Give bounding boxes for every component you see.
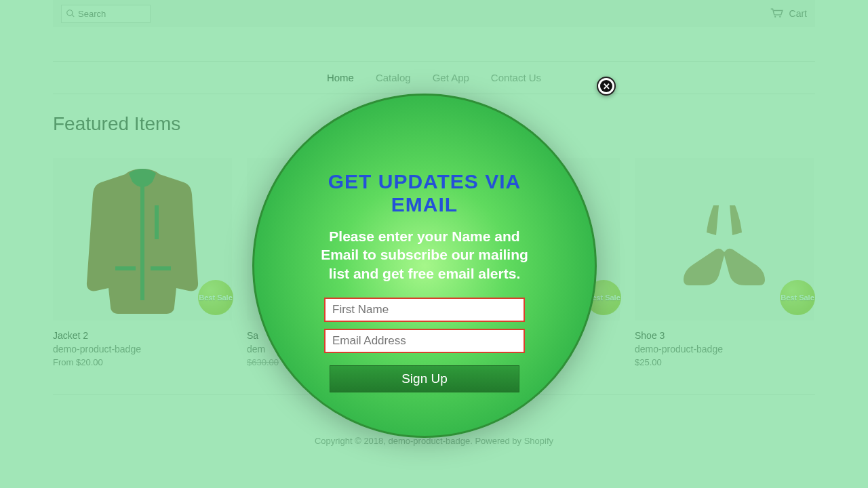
close-icon: ✕ [600, 80, 612, 92]
first-name-input[interactable] [324, 298, 525, 322]
subscribe-modal: GET UPDATES VIA EMAIL Please enter your … [252, 94, 597, 438]
signup-button[interactable]: Sign Up [330, 365, 519, 392]
modal-close-button[interactable]: ✕ [597, 77, 616, 96]
modal-subtext: Please enter your Name and Email to subs… [315, 227, 534, 283]
modal-heading: GET UPDATES VIA EMAIL [315, 170, 534, 216]
email-input[interactable] [324, 329, 525, 353]
